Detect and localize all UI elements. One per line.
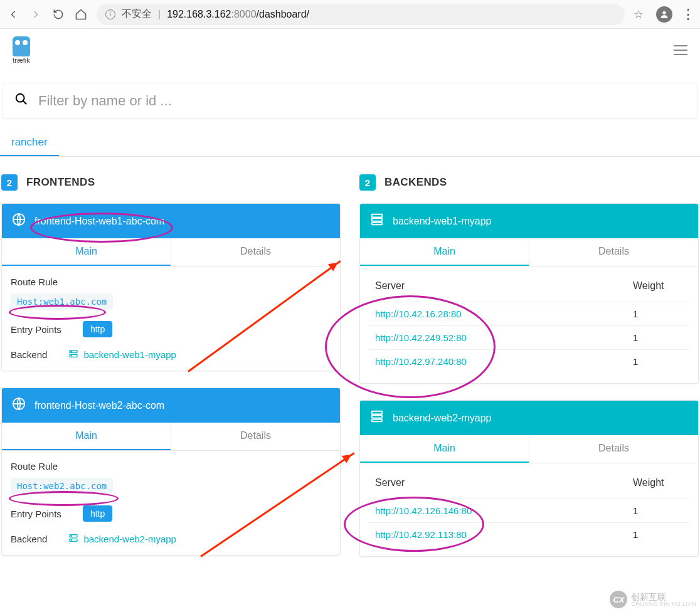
tab-main[interactable]: Main [360, 435, 529, 463]
profile-icon[interactable] [656, 6, 672, 23]
backend-card: backend-web1-myapp Main Details Server W… [359, 203, 699, 384]
frontend-name: frontend-Host-web1-abc-com [34, 216, 164, 227]
watermark: CX 创新互联 CHUANG XIN HU LIAN [610, 591, 696, 608]
tab-details[interactable]: Details [529, 238, 698, 266]
home-button[interactable] [74, 8, 88, 21]
weight-value: 1 [627, 350, 689, 374]
col-server: Server [369, 473, 627, 499]
server-icon [370, 409, 384, 426]
server-link[interactable]: http://10.42.16.28:80 [375, 309, 462, 319]
entry-point-badge: http [83, 321, 112, 337]
svg-point-11 [71, 540, 72, 541]
backends-column: 2 BACKENDS backend-web1-myapp Main Detai… [359, 174, 699, 573]
svg-rect-17 [372, 419, 383, 422]
filter-panel [3, 83, 697, 119]
servers-table: Server Weight http://10.42.16.28:80 1 ht… [369, 277, 689, 373]
svg-point-10 [71, 536, 72, 536]
hamburger-icon[interactable] [674, 45, 687, 55]
card-tabs: Main Details [360, 238, 698, 266]
route-rule-value: Host:web1.abc.com [11, 293, 113, 310]
server-link[interactable]: http://10.42.249.52:80 [375, 332, 467, 343]
backend-card: backend-web2-myapp Main Details Server W… [359, 400, 699, 557]
backends-title: BACKENDS [384, 176, 447, 189]
table-row: http://10.42.126.146:80 1 [369, 499, 689, 523]
backends-count-badge: 2 [359, 174, 376, 191]
entry-point-badge: http [83, 505, 112, 522]
tab-details[interactable]: Details [171, 423, 340, 450]
table-row: http://10.42.249.52:80 1 [369, 326, 689, 350]
frontend-name: frontend-Host-web2-abc-com [34, 400, 164, 411]
globe-icon [12, 397, 26, 414]
entry-points-label: Entry Points [11, 324, 61, 335]
server-icon [68, 349, 78, 361]
col-weight: Weight [627, 473, 689, 499]
weight-value: 1 [627, 523, 689, 547]
route-rule-label: Route Rule [11, 461, 331, 472]
traefik-logo[interactable]: træfik [13, 36, 30, 64]
svg-rect-13 [372, 218, 383, 221]
svg-rect-12 [372, 214, 383, 218]
server-icon [68, 533, 78, 545]
svg-rect-16 [372, 415, 383, 418]
backend-label: Backend [11, 349, 47, 360]
back-button[interactable] [6, 8, 20, 21]
col-weight: Weight [627, 277, 689, 302]
table-row: http://10.42.92.113:80 1 [369, 523, 689, 547]
insecure-label: 不安全 [122, 8, 152, 21]
browser-toolbar: i 不安全 | 192.168.3.162:8000/dashboard/ ☆ … [0, 0, 700, 29]
frontends-title: FRONTENDS [26, 176, 95, 189]
entry-points-label: Entry Points [11, 509, 61, 519]
route-rule-label: Route Rule [11, 277, 331, 287]
server-link[interactable]: http://10.42.92.113:80 [375, 529, 467, 540]
svg-point-6 [71, 356, 72, 356]
reload-button[interactable] [51, 8, 65, 21]
backend-label: Backend [11, 534, 47, 544]
card-tabs: Main Details [2, 238, 340, 266]
address-bar[interactable]: i 不安全 | 192.168.3.162:8000/dashboard/ [97, 4, 625, 25]
frontends-column: 2 FRONTENDS frontend-Host-web1-abc-com M… [1, 174, 341, 573]
provider-tabs: rancher [0, 130, 700, 157]
tab-main[interactable]: Main [2, 423, 171, 450]
svg-point-0 [662, 11, 666, 14]
info-icon[interactable]: i [105, 9, 115, 19]
tab-details[interactable]: Details [529, 435, 698, 463]
svg-rect-15 [372, 411, 383, 414]
table-row: http://10.42.16.28:80 1 [369, 302, 689, 326]
backend-link[interactable]: backend-web1-myapp [68, 349, 176, 361]
weight-value: 1 [627, 499, 689, 523]
frontends-count-badge: 2 [1, 174, 18, 191]
tab-main[interactable]: Main [360, 238, 529, 266]
tab-main[interactable]: Main [2, 238, 171, 266]
card-tabs: Main Details [2, 423, 340, 451]
app-navbar: træfik [0, 29, 700, 71]
svg-rect-14 [372, 223, 383, 225]
globe-icon [12, 213, 26, 230]
table-row: http://10.42.97.240:80 1 [369, 350, 689, 374]
svg-point-1 [16, 94, 24, 102]
col-server: Server [369, 277, 627, 302]
bookmark-icon[interactable]: ☆ [634, 8, 644, 21]
weight-value: 1 [627, 302, 689, 326]
frontend-card: frontend-Host-web1-abc-com Main Details … [1, 203, 341, 371]
svg-point-5 [71, 351, 72, 352]
tab-details[interactable]: Details [171, 238, 340, 266]
backend-name: backend-web2-myapp [393, 413, 491, 424]
filter-input[interactable] [38, 93, 686, 109]
tab-rancher[interactable]: rancher [0, 130, 59, 156]
servers-table: Server Weight http://10.42.126.146:80 1 … [369, 473, 689, 546]
route-rule-value: Host:web2.abc.com [11, 478, 113, 494]
card-tabs: Main Details [360, 435, 698, 463]
frontend-card: frontend-Host-web2-abc-com Main Details … [1, 388, 341, 556]
url-text: 192.168.3.162:8000/dashboard/ [167, 9, 309, 20]
server-link[interactable]: http://10.42.97.240:80 [375, 356, 467, 367]
forward-button[interactable] [29, 8, 43, 21]
backend-name: backend-web1-myapp [393, 216, 491, 227]
server-icon [370, 213, 384, 230]
search-icon [14, 92, 28, 109]
server-link[interactable]: http://10.42.126.146:80 [375, 505, 472, 516]
weight-value: 1 [627, 326, 689, 350]
backend-link[interactable]: backend-web2-myapp [68, 533, 176, 545]
